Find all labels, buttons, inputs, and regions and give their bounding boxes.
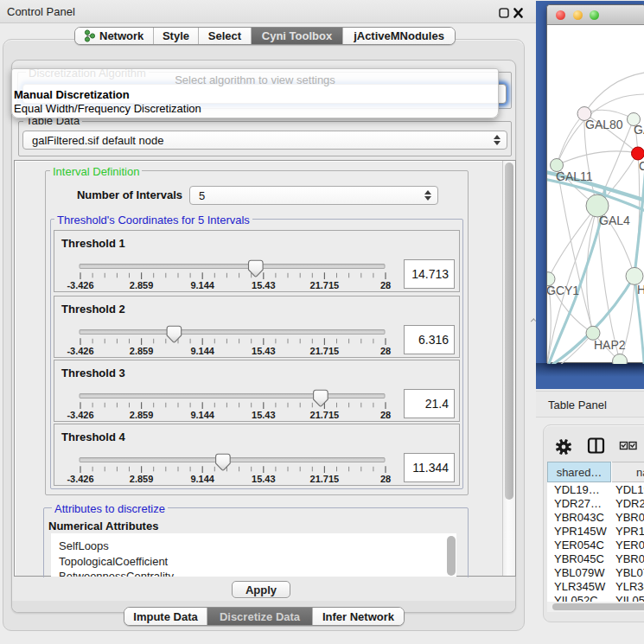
svg-text:9.144: 9.144 <box>190 410 214 420</box>
svg-text:-3.426: -3.426 <box>67 280 93 290</box>
svg-text:28: 28 <box>380 346 391 356</box>
svg-text:21.715: 21.715 <box>310 346 340 356</box>
svg-text:GA: GA <box>634 123 644 137</box>
svg-text:28: 28 <box>380 280 391 290</box>
svg-text:GAL11: GAL11 <box>556 169 593 183</box>
svg-text:15.43: 15.43 <box>252 280 276 290</box>
svg-text:15.43: 15.43 <box>252 410 276 420</box>
svg-text:21.715: 21.715 <box>310 410 340 420</box>
svg-text:2.859: 2.859 <box>130 346 154 356</box>
svg-text:21.715: 21.715 <box>310 280 340 290</box>
svg-text:HAP2: HAP2 <box>594 338 626 352</box>
svg-text:2.859: 2.859 <box>130 280 154 290</box>
svg-text:21.715: 21.715 <box>310 474 340 484</box>
svg-text:9.144: 9.144 <box>190 280 214 290</box>
svg-text:GCY1: GCY1 <box>547 284 579 297</box>
svg-text:9.144: 9.144 <box>190 474 214 484</box>
svg-text:9.144: 9.144 <box>190 346 214 356</box>
svg-text:2.859: 2.859 <box>130 474 154 484</box>
svg-text:GAL4: GAL4 <box>599 214 630 227</box>
svg-text:15.43: 15.43 <box>252 346 276 356</box>
svg-text:H: H <box>637 283 644 296</box>
svg-text:15.43: 15.43 <box>252 474 276 484</box>
svg-text:28: 28 <box>380 410 391 420</box>
svg-text:GAL80: GAL80 <box>585 118 623 131</box>
svg-text:2.859: 2.859 <box>130 410 154 420</box>
svg-text:-3.426: -3.426 <box>67 346 93 356</box>
svg-text:-3.426: -3.426 <box>67 410 93 420</box>
svg-text:C: C <box>639 159 644 173</box>
svg-text:28: 28 <box>380 474 391 484</box>
svg-text:-3.426: -3.426 <box>67 474 93 484</box>
